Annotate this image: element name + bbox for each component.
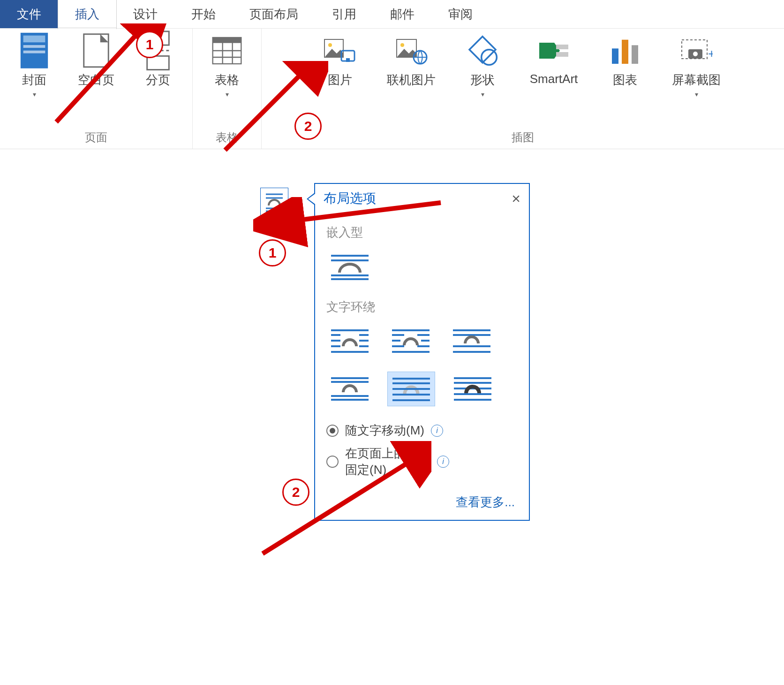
inline-options xyxy=(326,249,518,283)
screenshot-label: 屏幕截图 xyxy=(672,72,721,88)
table-label: 表格 xyxy=(215,72,239,88)
svg-rect-3 xyxy=(23,51,45,53)
radio-move-label: 随文字移动(M) xyxy=(345,422,424,439)
svg-point-15 xyxy=(328,43,332,47)
btn-picture[interactable]: 图片 xyxy=(314,34,366,88)
tab-insert[interactable]: 插入 xyxy=(58,0,116,29)
svg-rect-24 xyxy=(612,48,618,64)
screenshot-icon: + xyxy=(680,34,713,67)
radio-off-icon xyxy=(326,456,339,468)
table-icon xyxy=(211,34,243,67)
tab-file[interactable]: 文件 xyxy=(0,0,58,28)
tab-mailings[interactable]: 邮件 xyxy=(373,0,431,28)
info-icon[interactable]: i xyxy=(431,425,443,437)
cover-page-label: 封面 xyxy=(22,72,46,88)
online-picture-label: 联机图片 xyxy=(387,72,436,88)
svg-point-29 xyxy=(693,52,698,56)
popover-title: 布局选项 xyxy=(324,190,376,207)
btn-cover-page[interactable]: 封面 ▾ xyxy=(8,34,60,98)
shapes-label: 形状 xyxy=(470,72,495,88)
radio-fixed-label: 在页面上的位置 固定(N) xyxy=(345,445,430,478)
section-wrap-title: 文字环绕 xyxy=(326,299,518,315)
tab-review[interactable]: 审阅 xyxy=(431,0,490,28)
option-inline[interactable] xyxy=(326,249,373,283)
annotation-circle-2b: 2 xyxy=(282,479,309,506)
svg-text:+: + xyxy=(708,46,713,61)
annotation-circle-1: 1 xyxy=(136,31,163,58)
btn-screenshot[interactable]: + 屏幕截图 ▾ xyxy=(661,34,731,98)
position-radios: 随文字移动(M) i 在页面上的位置 固定(N) i xyxy=(315,411,529,478)
radio-fixed-position[interactable]: 在页面上的位置 固定(N) i xyxy=(326,445,518,478)
group-tables: 表格 ▾ 表格 xyxy=(193,29,262,149)
annotation-circle-2: 2 xyxy=(294,113,322,140)
ribbon-body: 封面 ▾ 空白页 分页 页面 xyxy=(0,29,784,149)
dropdown-caret-icon: ▾ xyxy=(695,91,698,98)
group-pages-title: 页面 xyxy=(85,125,107,145)
option-top-bottom[interactable] xyxy=(326,372,373,405)
shapes-icon xyxy=(466,34,499,67)
chart-label: 图表 xyxy=(613,72,637,88)
chart-icon xyxy=(609,34,641,67)
radio-move-with-text[interactable]: 随文字移动(M) i xyxy=(326,422,518,439)
layout-options-icon xyxy=(264,191,285,212)
option-in-front[interactable] xyxy=(449,372,496,405)
picture-label: 图片 xyxy=(328,72,352,88)
smartart-icon xyxy=(537,34,570,67)
svg-rect-25 xyxy=(622,40,628,64)
ribbon-tabs: 文件 插入 设计 开始 页面布局 引用 邮件 审阅 xyxy=(0,0,784,29)
svg-rect-26 xyxy=(632,45,638,64)
tab-references[interactable]: 引用 xyxy=(315,0,373,28)
dropdown-caret-icon: ▾ xyxy=(226,91,229,98)
cover-page-icon xyxy=(18,34,51,67)
layout-options-popover: 布局选项 × 嵌入型 文字环绕 xyxy=(314,183,530,521)
picture-icon xyxy=(324,34,356,67)
svg-rect-2 xyxy=(23,45,45,48)
svg-rect-23 xyxy=(556,52,568,57)
btn-online-picture[interactable]: 联机图片 xyxy=(376,34,446,88)
group-illustrations: 图片 联机图片 形状 ▾ xyxy=(262,29,784,149)
svg-rect-9 xyxy=(213,38,241,43)
blank-page-label: 空白页 xyxy=(78,72,114,88)
tab-home[interactable]: 开始 xyxy=(174,0,233,28)
svg-point-19 xyxy=(400,43,404,47)
group-illustrations-items: 图片 联机图片 形状 ▾ xyxy=(314,34,731,98)
page-break-label: 分页 xyxy=(146,72,170,88)
group-illustrations-title: 插图 xyxy=(512,125,534,145)
btn-chart[interactable]: 图表 xyxy=(599,34,651,88)
group-tables-items: 表格 ▾ xyxy=(201,34,253,98)
option-square[interactable] xyxy=(326,324,373,358)
section-wrap: 文字环绕 xyxy=(315,288,529,411)
dropdown-caret-icon: ▾ xyxy=(33,91,36,98)
annotation-circle-1b: 1 xyxy=(259,239,286,266)
popover-header: 布局选项 × xyxy=(315,184,529,213)
wrap-options xyxy=(326,324,518,406)
tab-page-layout[interactable]: 页面布局 xyxy=(233,0,315,28)
info-icon[interactable]: i xyxy=(437,456,449,468)
svg-rect-1 xyxy=(23,36,45,43)
tab-design[interactable]: 设计 xyxy=(116,0,174,28)
section-inline: 嵌入型 xyxy=(315,213,529,288)
close-icon[interactable]: × xyxy=(512,191,520,206)
svg-rect-17 xyxy=(346,58,350,62)
smartart-label: SmartArt xyxy=(530,72,578,86)
btn-table[interactable]: 表格 ▾ xyxy=(201,34,253,98)
blank-page-icon xyxy=(80,34,113,67)
dropdown-caret-icon: ▾ xyxy=(481,91,484,98)
btn-shapes[interactable]: 形状 ▾ xyxy=(457,34,508,98)
online-picture-icon xyxy=(395,34,428,67)
radio-on-icon xyxy=(326,425,339,437)
layout-options-anchor[interactable] xyxy=(260,188,288,216)
see-more-link[interactable]: 查看更多... xyxy=(315,485,529,513)
btn-smartart[interactable]: SmartArt xyxy=(519,34,589,86)
option-behind-text[interactable] xyxy=(387,372,435,406)
svg-rect-22 xyxy=(556,45,568,49)
btn-blank-page[interactable]: 空白页 xyxy=(70,34,122,88)
popover-caret xyxy=(307,192,315,206)
group-tables-title: 表格 xyxy=(216,125,238,145)
group-pages: 封面 ▾ 空白页 分页 页面 xyxy=(0,29,193,149)
option-through[interactable] xyxy=(448,324,495,358)
app-root: 文件 插入 设计 开始 页面布局 引用 邮件 审阅 封面 ▾ xyxy=(0,0,784,685)
svg-rect-6 xyxy=(147,56,169,70)
option-tight[interactable] xyxy=(387,324,434,358)
section-inline-title: 嵌入型 xyxy=(326,224,518,241)
